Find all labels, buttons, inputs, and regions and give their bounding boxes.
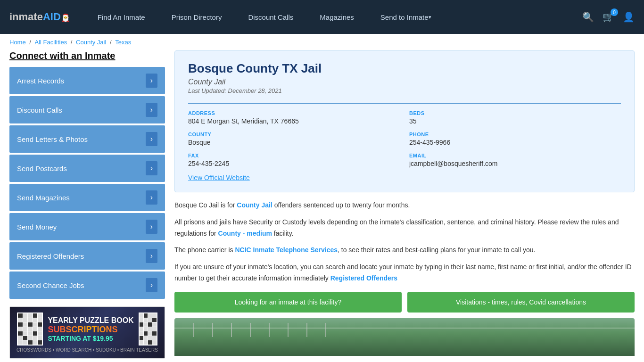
main-content: Connect with an Inmate Arrest Records › …	[0, 50, 644, 362]
ad-description: CROSSWORDS • WORD SEARCH • SUDOKU • BRAI…	[17, 347, 158, 353]
sidebar-title: Connect with an Inmate	[9, 50, 165, 61]
info-fax: FAX 254-435-2245	[188, 153, 400, 167]
ad-price: STARTING AT $19.95	[48, 335, 133, 342]
county-medium-link[interactable]: County - medium	[218, 230, 272, 237]
fax-value: 254-435-2245	[188, 160, 400, 167]
beds-label: BEDS	[409, 110, 621, 116]
fence-post-1	[193, 323, 194, 337]
chevron-right-icon: ›	[146, 132, 157, 146]
county-label: COUNTY	[188, 132, 400, 137]
phone-value: 254-435-9966	[409, 139, 621, 146]
sidebar-item-discount-calls[interactable]: Discount Calls ›	[9, 96, 165, 123]
beds-value: 35	[409, 117, 621, 125]
sidebar: Connect with an Inmate Arrest Records › …	[9, 50, 165, 359]
looking-for-inmate-button[interactable]: Looking for an inmate at this facility?	[174, 292, 402, 313]
county-value: Bosque	[188, 139, 400, 146]
info-phone: PHONE 254-435-9966	[409, 132, 621, 146]
sidebar-item-send-postcards[interactable]: Send Postcards ›	[9, 155, 165, 182]
address-label: ADDRESS	[188, 110, 400, 116]
chevron-right-icon: ›	[146, 249, 157, 263]
chevron-right-icon: ›	[146, 220, 157, 234]
nav-find-inmate[interactable]: Find An Inmate	[84, 0, 158, 34]
facility-card: Bosque County TX Jail County Jail Last U…	[174, 50, 635, 192]
fence-post-4	[250, 323, 251, 337]
chevron-right-icon: ›	[146, 278, 157, 292]
nav-discount-calls[interactable]: Discount Calls	[235, 0, 306, 34]
desc-p2: All prisons and jails have Security or C…	[174, 217, 635, 239]
official-website-link[interactable]: View Official Website	[188, 174, 250, 181]
phone-label: PHONE	[409, 132, 621, 137]
main-content-area: Bosque County TX Jail County Jail Last U…	[174, 50, 635, 359]
breadcrumb-home[interactable]: Home	[9, 39, 26, 46]
fence-post-7	[306, 323, 307, 337]
sidebar-item-registered-offenders[interactable]: Registered Offenders ›	[9, 242, 165, 270]
county-jail-link-1[interactable]: County Jail	[237, 201, 272, 209]
email-value: jcampbell@bosquesheriff.com	[409, 160, 621, 167]
info-address: ADDRESS 804 E Morgan St, Meridian, TX 76…	[188, 110, 400, 125]
facility-type: County Jail	[188, 78, 621, 86]
breadcrumb-all-facilities[interactable]: All Facilities	[35, 39, 67, 46]
chevron-right-icon: ›	[146, 74, 157, 88]
info-beds: BEDS 35	[409, 110, 621, 125]
fax-label: FAX	[188, 153, 400, 158]
search-icon[interactable]: 🔍	[582, 11, 594, 23]
main-nav: Find An Inmate Prison Directory Discount…	[84, 0, 582, 34]
main-header: inmateAID🎅 Find An Inmate Prison Directo…	[0, 0, 644, 34]
sidebar-item-second-chance-jobs[interactable]: Second Chance Jobs ›	[9, 272, 165, 299]
breadcrumb-county-jail[interactable]: County Jail	[76, 39, 106, 46]
ad-subtitle: SUBSCRIPTIONS	[48, 325, 133, 335]
nav-prison-directory[interactable]: Prison Directory	[158, 0, 235, 34]
fence-post-8	[325, 323, 326, 337]
sidebar-item-send-magazines[interactable]: Send Magazines ›	[9, 184, 165, 211]
sidebar-item-send-money[interactable]: Send Money ›	[9, 213, 165, 240]
facility-description: Bosque Co Jail is for County Jail offend…	[174, 200, 635, 284]
visitations-button[interactable]: Visitations - times, rules, Covid cancel…	[407, 292, 635, 313]
fence-post-2	[212, 323, 213, 337]
info-email: EMAIL jcampbell@bosquesheriff.com	[409, 153, 621, 167]
info-county: COUNTY Bosque	[188, 132, 400, 146]
nav-magazines[interactable]: Magazines	[306, 0, 367, 34]
facility-image	[174, 318, 635, 356]
email-label: EMAIL	[409, 153, 621, 158]
facility-name: Bosque County TX Jail	[188, 61, 621, 76]
ad-title: YEARLY PUZZLE BOOK	[48, 316, 133, 325]
registered-offenders-link[interactable]: Registered Offenders	[330, 274, 397, 282]
nav-send-to-inmate[interactable]: Send to Inmate	[367, 0, 445, 34]
sidebar-menu: Arrest Records › Discount Calls › Send L…	[9, 67, 165, 299]
sidebar-item-arrest-records[interactable]: Arrest Records ›	[9, 67, 165, 94]
fence-post-6	[288, 323, 289, 337]
desc-p3: The phone carrier is NCIC Inmate Telepho…	[174, 245, 635, 256]
breadcrumb-texas[interactable]: Texas	[115, 39, 131, 46]
desc-p4: If you are unsure of your inmate's locat…	[174, 262, 635, 284]
fence-post-5	[269, 323, 270, 337]
ncic-link[interactable]: NCIC Inmate Telephone Services	[235, 246, 338, 254]
sidebar-item-send-letters[interactable]: Send Letters & Photos ›	[9, 125, 165, 153]
facility-last-updated: Last Updated: December 28, 2021	[188, 87, 621, 94]
facility-info-grid: ADDRESS 804 E Morgan St, Meridian, TX 76…	[188, 103, 621, 167]
sidebar-advertisement[interactable]: YEARLY PUZZLE BOOK SUBSCRIPTIONS STARTIN…	[9, 306, 165, 359]
chevron-right-icon: ›	[146, 103, 157, 117]
breadcrumb: Home / All Facilities / County Jail / Te…	[0, 34, 644, 50]
header-actions: 🔍 🛒 0 👤	[582, 11, 635, 23]
action-buttons: Looking for an inmate at this facility? …	[174, 292, 635, 313]
user-icon[interactable]: 👤	[623, 11, 635, 23]
fence-line	[174, 328, 635, 329]
fence-post-3	[231, 323, 232, 337]
chevron-right-icon: ›	[146, 161, 157, 175]
logo[interactable]: inmateAID🎅	[9, 11, 70, 23]
desc-p1: Bosque Co Jail is for County Jail offend…	[174, 200, 635, 211]
chevron-right-icon: ›	[146, 190, 157, 205]
cart-badge: 0	[611, 8, 618, 16]
address-value: 804 E Morgan St, Meridian, TX 76665	[188, 117, 400, 125]
cart-icon[interactable]: 🛒 0	[603, 11, 614, 23]
